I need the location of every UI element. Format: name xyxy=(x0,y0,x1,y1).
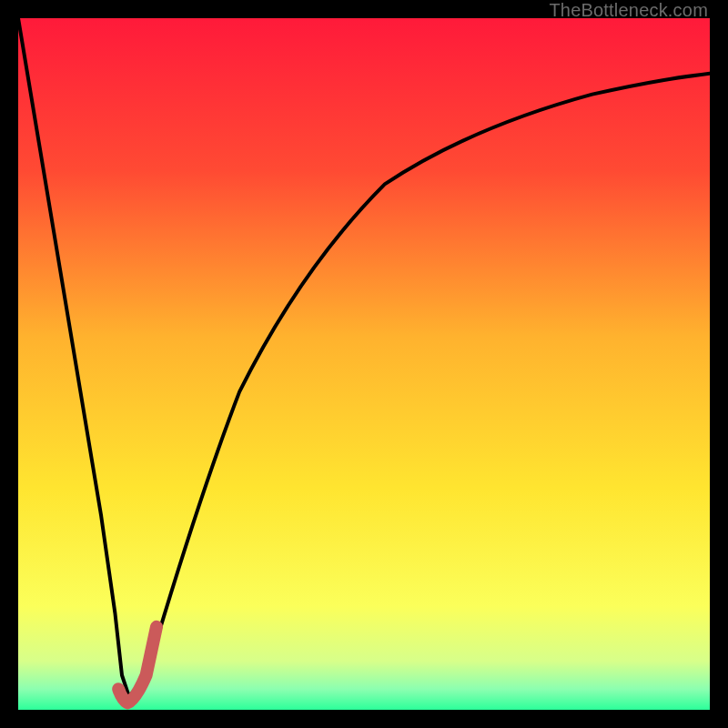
watermark-text: TheBottleneck.com xyxy=(549,0,708,21)
chart-curves xyxy=(18,18,710,710)
plot-area xyxy=(18,18,710,710)
bottleneck-curve xyxy=(18,18,710,696)
chart-frame: TheBottleneck.com xyxy=(0,0,728,728)
accent-hook xyxy=(118,627,157,703)
